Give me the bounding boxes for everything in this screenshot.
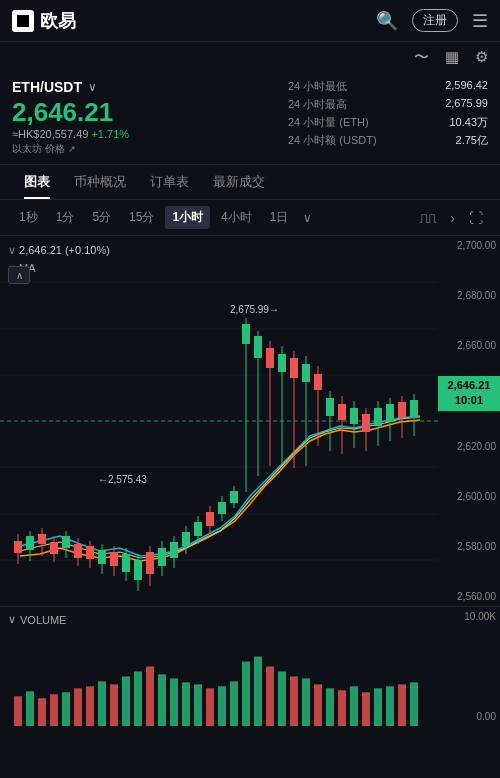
svg-rect-64 — [314, 374, 322, 390]
hk-price-value: ≈HK$20,557.49 — [12, 128, 88, 140]
interval-15m[interactable]: 15分 — [122, 206, 161, 229]
svg-rect-52 — [242, 324, 250, 344]
interval-1s[interactable]: 1秒 — [12, 206, 45, 229]
svg-rect-78 — [398, 402, 406, 418]
register-button[interactable]: 注册 — [412, 9, 458, 32]
svg-rect-92 — [146, 667, 154, 727]
svg-rect-87 — [86, 686, 94, 726]
tab-bar: 图表 币种概况 订单表 最新成交 — [0, 165, 500, 200]
svg-rect-102 — [266, 667, 274, 727]
vol-eth-value: 10.43万 — [449, 115, 488, 130]
vol-usdt-label: 24 小时额 (USDT) — [288, 133, 377, 148]
svg-rect-3 — [23, 21, 29, 27]
interval-4h[interactable]: 4小时 — [214, 206, 259, 229]
svg-rect-91 — [134, 671, 142, 726]
svg-rect-20 — [50, 542, 58, 554]
settings-icon[interactable]: ⚙ — [475, 48, 488, 67]
svg-rect-60 — [290, 358, 298, 378]
svg-rect-48 — [218, 502, 226, 514]
svg-rect-82 — [26, 691, 34, 726]
fullscreen-icon[interactable]: ⛶ — [464, 208, 488, 228]
stat-high: 24 小时最高 2,675.99 — [288, 97, 488, 112]
volume-axis-bottom: 0.00 — [442, 711, 496, 722]
interval-1m[interactable]: 1分 — [49, 206, 82, 229]
hk-price: ≈HK$20,557.49 +1.71% — [12, 128, 288, 140]
interval-more[interactable]: ∨ — [299, 208, 316, 228]
svg-rect-88 — [98, 681, 106, 726]
interval-1h[interactable]: 1小时 — [165, 206, 210, 229]
indicator-icon[interactable]: ⎍⎍ — [415, 208, 441, 228]
svg-rect-113 — [398, 684, 406, 726]
platform-label: 以太坊 价格 — [12, 142, 65, 156]
svg-rect-107 — [326, 688, 334, 726]
tab-trades[interactable]: 最新成交 — [201, 165, 277, 199]
stat-low: 24 小时最低 2,596.42 — [288, 79, 488, 94]
platform-row: 以太坊 价格 ↗ — [12, 142, 288, 156]
annotation-low: ←2,575.43 — [98, 474, 147, 485]
svg-rect-72 — [362, 414, 370, 432]
svg-rect-111 — [374, 688, 382, 726]
tab-chart[interactable]: 图表 — [12, 165, 62, 199]
svg-rect-106 — [314, 684, 322, 726]
svg-rect-56 — [266, 348, 274, 368]
svg-rect-68 — [338, 404, 346, 420]
interval-5m[interactable]: 5分 — [85, 206, 118, 229]
svg-rect-81 — [14, 696, 22, 726]
search-icon[interactable]: 🔍 — [376, 10, 398, 32]
ma-expand-button[interactable]: ∧ — [8, 266, 30, 284]
svg-rect-105 — [302, 678, 310, 726]
wave-icon[interactable]: 〜 — [414, 48, 429, 67]
volume-axis: 10.00K 0.00 — [438, 607, 500, 726]
overlay-price: 2,646.21 (+0.10%) — [19, 244, 110, 256]
price-right: 24 小时最低 2,596.42 24 小时最高 2,675.99 24 小时量… — [288, 79, 488, 156]
volume-label: ∨ VOLUME — [8, 613, 66, 626]
high-label: 24 小时最高 — [288, 97, 347, 112]
svg-rect-14 — [14, 541, 22, 553]
svg-rect-100 — [242, 662, 250, 726]
pair-arrow[interactable]: ∨ — [88, 80, 97, 94]
volume-chevron: ∨ — [8, 613, 16, 626]
svg-rect-97 — [206, 688, 214, 726]
vol-usdt-value: 2.75亿 — [456, 133, 488, 148]
svg-rect-80 — [410, 400, 418, 418]
svg-rect-50 — [230, 491, 238, 503]
price-level-6: 2,600.00 — [438, 491, 496, 502]
svg-rect-108 — [338, 690, 346, 726]
tab-orderbook[interactable]: 订单表 — [138, 165, 201, 199]
expand-icon[interactable]: › — [445, 208, 460, 228]
svg-rect-96 — [194, 684, 202, 726]
svg-rect-112 — [386, 686, 394, 726]
svg-rect-46 — [206, 512, 214, 526]
price-level-5: 2,620.00 — [438, 441, 496, 452]
svg-rect-32 — [122, 554, 130, 572]
pair-row: ETH/USDT ∨ — [12, 79, 288, 95]
chart-type-icon[interactable]: ▦ — [445, 48, 459, 67]
volume-axis-top: 10.00K — [442, 611, 496, 622]
logo-icon — [12, 10, 34, 32]
svg-rect-74 — [374, 408, 382, 426]
price-tag-time: 10:01 — [442, 393, 496, 408]
svg-rect-0 — [17, 15, 23, 21]
svg-rect-26 — [86, 546, 94, 559]
svg-rect-2 — [17, 21, 23, 27]
tab-overview[interactable]: 币种概况 — [62, 165, 138, 199]
svg-rect-90 — [122, 676, 130, 726]
svg-rect-98 — [218, 686, 226, 726]
low-label: 24 小时最低 — [288, 79, 347, 94]
svg-rect-70 — [350, 408, 358, 424]
svg-rect-44 — [194, 522, 202, 536]
stat-vol-eth: 24 小时量 (ETH) 10.43万 — [288, 115, 488, 130]
svg-rect-24 — [74, 544, 82, 558]
pair-name[interactable]: ETH/USDT — [12, 79, 82, 95]
header: 欧易 🔍 注册 ☰ — [0, 0, 500, 42]
chart-container: ∨ 2,646.21 (+0.10%) ∨ MA ∧ 2,675.99→ ←2,… — [0, 236, 500, 606]
candlestick-chart — [0, 236, 438, 606]
interval-1d[interactable]: 1日 — [263, 206, 296, 229]
svg-rect-1 — [23, 15, 29, 21]
svg-rect-83 — [38, 698, 46, 726]
svg-rect-16 — [26, 536, 34, 550]
menu-icon[interactable]: ☰ — [472, 10, 488, 32]
volume-text: VOLUME — [20, 614, 66, 626]
svg-rect-109 — [350, 686, 358, 726]
low-value: 2,596.42 — [445, 79, 488, 94]
